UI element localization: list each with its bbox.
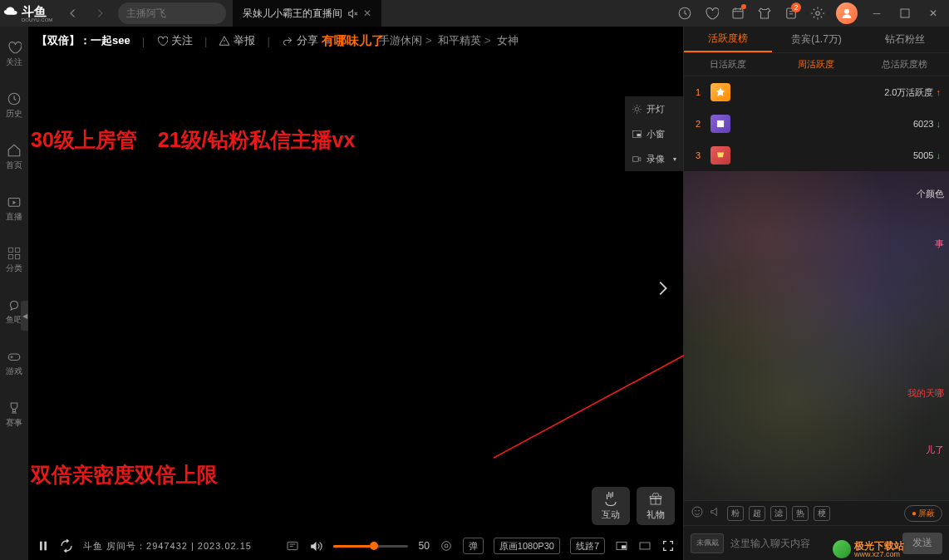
subtab-daily[interactable]: 日活跃度 xyxy=(684,58,772,71)
close-window-button[interactable]: ✕ xyxy=(921,1,946,26)
tab-item[interactable]: 呆妹儿小霸王的直播间 ✕ xyxy=(233,0,381,27)
filter-screen[interactable]: 滤 xyxy=(770,506,787,521)
share-button[interactable]: 分享 xyxy=(282,33,318,48)
content: 【双倍】：一起see | 关注 | 举报 | 分享 有哪味儿了 手游休闲> 和平… xyxy=(28,27,683,560)
chat-area[interactable]: 个颜色 事 我的天哪 儿了 xyxy=(684,171,949,500)
titlebar: 斗鱼 DOUYU.COM 呆妹儿小霸王的直播间 ✕ 2 ─ ✕ xyxy=(0,0,949,27)
svg-point-14 xyxy=(635,107,638,111)
tshirt-icon[interactable] xyxy=(753,2,776,25)
calendar-icon[interactable] xyxy=(726,2,750,25)
heart-icon[interactable] xyxy=(700,2,723,25)
chat-input[interactable] xyxy=(730,538,896,549)
pip-button[interactable] xyxy=(615,539,628,553)
chat-toolbar: 粉 超 滤 热 梗 ● 屏蔽 xyxy=(684,500,949,525)
subtab-total[interactable]: 总活跃度榜 xyxy=(861,58,949,71)
horn-icon[interactable] xyxy=(709,505,722,521)
follow-button[interactable]: 关注 xyxy=(156,33,193,48)
line-selector[interactable]: 线路7 xyxy=(570,538,605,554)
interact-button[interactable]: 互动 xyxy=(592,487,630,525)
video-area[interactable]: 30级上房管 21级/钻粉私信主播vx 双倍亲密度双倍上限 开灯 小窗 录像▾ … xyxy=(28,55,683,532)
gift-button[interactable]: 礼物 xyxy=(637,487,675,525)
svg-rect-13 xyxy=(8,354,20,361)
clock-icon[interactable] xyxy=(673,2,696,25)
subtab-weekly[interactable]: 周活跃度 xyxy=(772,58,860,71)
sidebar-item-games[interactable]: 游戏 xyxy=(6,349,22,377)
gear-icon[interactable] xyxy=(806,2,829,25)
sidebar-item-follow[interactable]: 关注 xyxy=(6,40,22,68)
sidebar-item-live[interactable]: 直播 xyxy=(6,194,22,223)
quality-selector[interactable]: 原画1080P30 xyxy=(494,538,560,554)
panel-subtabs: 日活跃度 周活跃度 总活跃度榜 xyxy=(684,53,949,76)
breadcrumb-3[interactable]: 女神 xyxy=(497,34,519,47)
filter-hot[interactable]: 热 xyxy=(792,506,809,521)
logo-text: 斗鱼 xyxy=(22,5,52,17)
breadcrumb-1[interactable]: 手游休闲 xyxy=(379,34,422,47)
logo[interactable]: 斗鱼 DOUYU.COM xyxy=(3,3,55,23)
room-header: 【双倍】：一起see | 关注 | 举报 | 分享 有哪味儿了 手游休闲> 和平… xyxy=(28,27,683,55)
chat-msg: 个颜色 xyxy=(917,188,944,200)
rank-badge-icon xyxy=(711,146,730,165)
filter-super[interactable]: 超 xyxy=(749,506,765,521)
filter-meme[interactable]: 梗 xyxy=(814,506,830,521)
snapshot-button[interactable] xyxy=(286,539,299,553)
sidebar-item-home[interactable]: 首页 xyxy=(6,143,22,171)
svg-point-31 xyxy=(695,510,696,511)
sidebar-item-yuba[interactable]: 鱼吧 xyxy=(6,297,22,326)
rank-row[interactable]: 3 5005 ↓ xyxy=(684,140,949,171)
pause-button[interactable] xyxy=(37,539,50,553)
user-avatar[interactable] xyxy=(836,2,858,24)
fullscreen-button[interactable] xyxy=(661,539,675,553)
tab-vip[interactable]: 贵宾(1.7万) xyxy=(772,27,860,52)
theater-button[interactable] xyxy=(638,539,652,553)
tab-diamond[interactable]: 钻石粉丝 xyxy=(861,27,949,52)
sidebar-item-history[interactable]: 历史 xyxy=(6,91,22,120)
svg-rect-23 xyxy=(288,542,297,549)
record-button[interactable]: 录像▾ xyxy=(625,146,683,171)
rank-badge-icon xyxy=(711,83,730,101)
maximize-button[interactable] xyxy=(892,1,917,26)
forward-button[interactable] xyxy=(88,2,111,25)
rank-row[interactable]: 1 2.0万活跃度 ↑ xyxy=(684,76,949,108)
logo-subtext: DOUYU.COM xyxy=(22,17,52,22)
notification-dot xyxy=(741,4,746,9)
player-bar: 斗鱼 房间号：2947432 | 2023.02.15 50 弹 原画1080P… xyxy=(28,532,683,560)
shield-button[interactable]: ● 屏蔽 xyxy=(904,505,942,522)
rank-row[interactable]: 2 6023 ↓ xyxy=(684,108,949,140)
volume-value: 50 xyxy=(418,540,429,552)
svg-line-20 xyxy=(494,341,710,458)
sidebar-item-categories[interactable]: 分类 xyxy=(6,246,22,274)
svg-rect-6 xyxy=(901,9,909,17)
rank-list: 1 2.0万活跃度 ↑ 2 6023 ↓ 3 5005 ↓ xyxy=(684,76,949,171)
action-buttons: 互动 礼物 xyxy=(592,487,675,525)
main-area: 关注 历史 首页 直播 分类 鱼吧 游戏 赛事 ◀ 【双倍】：一起see | 关… xyxy=(0,27,949,560)
refresh-button[interactable] xyxy=(60,539,73,553)
breadcrumb-2[interactable]: 和平精英 xyxy=(438,34,481,47)
filter-fan[interactable]: 粉 xyxy=(727,506,744,521)
sidebar-item-match[interactable]: 赛事 xyxy=(6,400,22,429)
light-toggle[interactable]: 开灯 xyxy=(625,96,683,121)
svg-rect-29 xyxy=(717,120,724,127)
volume-slider[interactable] xyxy=(333,545,408,548)
back-button[interactable] xyxy=(61,2,85,25)
right-panel: 活跃度榜 贵宾(1.7万) 钻石粉丝 日活跃度 周活跃度 总活跃度榜 1 2.0… xyxy=(683,27,949,560)
minimize-button[interactable]: ─ xyxy=(864,1,889,26)
danmu-settings-icon[interactable] xyxy=(440,539,453,553)
svg-rect-17 xyxy=(633,156,639,160)
room-title: 【双倍】：一起see xyxy=(37,33,130,48)
task-icon[interactable]: 2 xyxy=(779,2,803,25)
mini-window-button[interactable]: 小窗 xyxy=(625,121,683,146)
tab-activity[interactable]: 活跃度榜 xyxy=(684,27,772,52)
danmu-toggle[interactable]: 弹 xyxy=(463,538,484,554)
send-button[interactable]: 发送 xyxy=(902,533,942,554)
close-tab-icon[interactable]: ✕ xyxy=(363,7,371,19)
task-badge: 2 xyxy=(791,2,801,12)
badge-slot[interactable]: 未佩戴 xyxy=(691,533,724,553)
panel-tabs: 活跃度榜 贵宾(1.7万) 钻石粉丝 xyxy=(684,27,949,53)
mute-icon[interactable] xyxy=(347,8,358,19)
volume-icon[interactable] xyxy=(309,539,323,553)
report-button[interactable]: 举报 xyxy=(219,33,255,48)
tab-title: 呆妹儿小霸王的直播间 xyxy=(243,7,342,21)
video-next-button[interactable] xyxy=(653,279,671,302)
emoji-icon[interactable] xyxy=(691,505,704,521)
search-box[interactable] xyxy=(118,2,226,24)
